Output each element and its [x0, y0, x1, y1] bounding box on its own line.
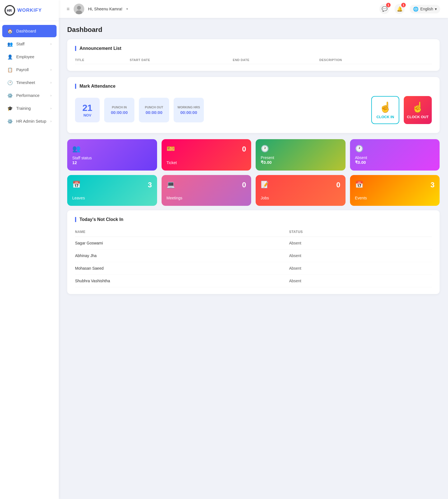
fingerprint-in-icon: ☝: [379, 101, 392, 113]
sidebar-item-employee[interactable]: 👤 Employee: [2, 51, 57, 63]
chevron-icon-performance: ›: [50, 94, 52, 97]
stat-absent-sub: ₹0.00: [355, 160, 435, 165]
chevron-icon-hradmin: ›: [50, 119, 52, 123]
language-chevron: ▾: [435, 7, 437, 11]
not-clock-in-title: Today's Not Clock In: [75, 217, 432, 222]
sidebar-label-employee: Employee: [16, 55, 34, 59]
language-label: English: [420, 7, 433, 11]
sidebar-item-training[interactable]: 🎓 Training ›: [2, 102, 57, 115]
hamburger-menu[interactable]: ≡: [67, 6, 70, 12]
employee-name: Abhinay Jha: [75, 250, 289, 262]
language-selector[interactable]: 🌐 English ▾: [410, 5, 440, 13]
punch-in-time: 00:00:00: [111, 110, 128, 115]
clock-in-button[interactable]: ☝ CLOCK IN: [371, 96, 399, 124]
sidebar-item-hradmin[interactable]: ⚙️ HR Admin Setup ›: [2, 115, 57, 127]
topbar-caret[interactable]: ▾: [126, 7, 128, 11]
leaves-icon: 📅: [72, 181, 81, 188]
main-content: ≡ Hi, Sheenu Kamra! ▾ 💬 1 🔔 1 🌐: [59, 0, 448, 499]
sidebar-item-performance[interactable]: ⚙️ Performance ›: [2, 89, 57, 102]
avatar: [74, 4, 84, 14]
ncol-status: STATUS: [289, 227, 432, 237]
stat-staff-count: 12: [72, 160, 152, 165]
training-icon: 🎓: [7, 106, 13, 111]
employee-status: Absent: [289, 275, 432, 287]
employee-status: Absent: [289, 250, 432, 262]
ticket-icon: 🎫: [167, 145, 175, 153]
stat-jobs-label: Jobs: [261, 196, 340, 200]
announcement-title: Announcement List: [75, 46, 432, 51]
home-icon: 🏠: [7, 28, 13, 34]
staff-status-icon: 👥: [72, 145, 81, 153]
employee-status: Absent: [289, 237, 432, 250]
attendance-title: Mark Attendance: [75, 84, 432, 89]
globe-icon: 🌐: [413, 6, 419, 12]
chevron-icon-timesheet: ›: [50, 81, 52, 85]
timesheet-icon: 🕐: [7, 80, 13, 85]
employee-name: Shubhra Vashishtha: [75, 275, 289, 287]
sidebar-item-payroll[interactable]: 📋 Payroll ›: [2, 64, 57, 76]
chevron-icon-payroll: ›: [50, 68, 52, 72]
sidebar-nav: 🏠 Dashboard 👥 Staff › 👤 Employee 📋 Payro…: [0, 21, 59, 499]
date-day: 21: [82, 103, 92, 113]
hradmin-icon: ⚙️: [7, 118, 13, 124]
stats-row-1: 👥 Staff status 12 🎫 0 Ticket 🕐: [67, 139, 440, 171]
stat-ticket[interactable]: 🎫 0 Ticket: [162, 139, 251, 171]
table-row: Sagar GoswamiAbsent: [75, 237, 432, 250]
logo-text: WORKIFY: [17, 8, 42, 13]
performance-icon: ⚙️: [7, 93, 13, 98]
events-icon: 📅: [355, 181, 363, 188]
svg-text:HR: HR: [7, 9, 12, 13]
stat-present-label: Present: [261, 155, 340, 160]
notif-badge: 1: [401, 3, 406, 7]
stat-present-sub: ₹0.00: [261, 160, 340, 165]
table-row: Abhinay JhaAbsent: [75, 250, 432, 262]
stat-jobs[interactable]: 📝 0 Jobs: [256, 175, 346, 206]
punch-in-label: PUNCH IN: [112, 106, 127, 109]
events-count: 3: [431, 181, 435, 189]
sidebar-label-performance: Performance: [16, 93, 39, 98]
stat-meetings[interactable]: 💻 0 Meetings: [162, 175, 251, 206]
staff-icon: 👥: [7, 41, 13, 47]
sidebar-label-dashboard: Dashboard: [16, 29, 36, 33]
announcement-table: TITLESTART DATEEND DATEDESCRIPTION: [75, 56, 432, 64]
topbar-greeting: Hi, Sheenu Kamra!: [88, 7, 123, 11]
punch-out-time: 00:00:00: [146, 110, 162, 115]
stat-leaves[interactable]: 📅 3 Leaves: [67, 175, 157, 206]
sidebar-label-training: Training: [16, 106, 31, 111]
jobs-icon: 📝: [261, 181, 269, 188]
sidebar-item-staff[interactable]: 👥 Staff ›: [2, 38, 57, 50]
stat-staff-label: Staff status: [72, 156, 152, 160]
logo-icon: HR: [4, 5, 15, 16]
stat-meetings-label: Meetings: [167, 196, 246, 200]
employee-icon: 👤: [7, 54, 13, 60]
sidebar-label-payroll: Payroll: [16, 67, 29, 72]
employee-status: Absent: [289, 262, 432, 275]
ticket-count: 0: [242, 145, 246, 153]
sidebar-label-hradmin: HR Admin Setup: [16, 119, 46, 123]
employee-name: Sagar Goswami: [75, 237, 289, 250]
notification-button[interactable]: 🔔 1: [395, 4, 405, 14]
stats-row-2: 📅 3 Leaves 💻 0 Meetings 📝 0 Jobs: [67, 175, 440, 206]
leaves-count: 3: [148, 181, 152, 189]
date-box: 21 NOV: [75, 98, 100, 122]
not-clock-in-table: NAME STATUS Sagar GoswamiAbsentAbhinay J…: [75, 227, 432, 287]
sidebar-item-timesheet[interactable]: 🕐 Timesheet ›: [2, 76, 57, 89]
stat-present[interactable]: 🕐 Present ₹0.00: [256, 139, 346, 171]
working-hrs-box: WORKING HRS 00:00:00: [174, 98, 204, 122]
stat-absent[interactable]: 🕐 Absent ₹0.00: [350, 139, 440, 171]
fingerprint-out-icon: ☝: [412, 101, 424, 113]
meetings-count: 0: [242, 181, 246, 189]
topbar-right: 💬 1 🔔 1 🌐 English ▾: [379, 4, 440, 14]
stat-absent-label: Absent: [355, 155, 435, 160]
sidebar-label-timesheet: Timesheet: [16, 80, 35, 85]
clock-out-button[interactable]: ☝ CLOCK OUT: [404, 96, 432, 124]
announcement-card: Announcement List TITLESTART DATEEND DAT…: [67, 39, 440, 71]
stat-staff-status[interactable]: 👥 Staff status 12: [67, 139, 157, 171]
punch-out-box: PUNCH OUT 00:00:00: [139, 98, 169, 122]
table-row: Mohasan SaeedAbsent: [75, 262, 432, 275]
sidebar: HR WORKIFY 🏠 Dashboard 👥 Staff › 👤 Emplo…: [0, 0, 59, 499]
jobs-count: 0: [336, 181, 340, 189]
sidebar-item-dashboard[interactable]: 🏠 Dashboard: [2, 25, 57, 37]
chat-button[interactable]: 💬 1: [379, 4, 389, 14]
stat-events[interactable]: 📅 3 Events: [350, 175, 440, 206]
